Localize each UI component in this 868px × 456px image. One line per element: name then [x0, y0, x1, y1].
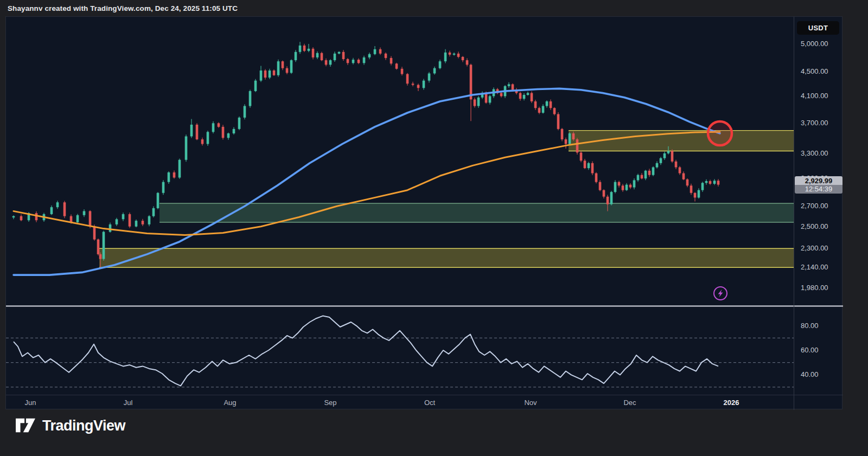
candle-body [264, 70, 267, 78]
candle-body [550, 101, 552, 108]
candle-body [701, 183, 704, 190]
candle-body [557, 114, 560, 129]
candle-body [385, 54, 387, 58]
candle-body [227, 133, 230, 138]
candle-body [374, 49, 376, 54]
support-zone-lower [99, 248, 794, 267]
candle-body [453, 54, 456, 55]
candle-body [299, 46, 302, 52]
support-zone-mid [159, 203, 794, 222]
candle-body [395, 63, 398, 69]
candle-body [93, 227, 96, 240]
candle-body [439, 61, 442, 68]
price-tick: 3,300.00 [801, 149, 828, 157]
candle-body [129, 214, 131, 227]
candle-body [412, 84, 414, 85]
bar-countdown: 12:54:39 [795, 185, 843, 194]
candle-body [185, 136, 188, 159]
time-axis-month-label: Nov [524, 399, 537, 407]
chart-canvas[interactable] [6, 17, 843, 410]
candle-body [89, 211, 92, 226]
candle-body [500, 93, 503, 97]
candle-body [401, 69, 404, 74]
candle-body [667, 151, 670, 153]
candle-body [584, 160, 586, 168]
price-tick: 4,100.00 [801, 92, 828, 100]
candle-body [542, 106, 545, 113]
tradingview-chart-widget[interactable]: USDT 5,000.004,500.004,100.003,700.003,3… [5, 16, 843, 409]
candle-body [103, 232, 105, 259]
candle-body [273, 70, 276, 75]
candle-body [277, 61, 280, 75]
candle-body [122, 214, 125, 219]
candle-body [342, 52, 345, 59]
price-tick: 4,500.00 [801, 67, 828, 75]
candle-body [561, 129, 564, 139]
candle-body [295, 52, 297, 60]
candle-body [698, 190, 700, 198]
candle-body [157, 193, 159, 208]
time-axis-year-label: 2026 [724, 399, 739, 407]
time-axis-month-label: Sep [324, 399, 336, 407]
candle-body [254, 81, 257, 91]
candle-body [652, 168, 655, 175]
candle-body [99, 254, 102, 259]
candle-body [686, 179, 689, 186]
candle-body [538, 108, 541, 113]
candle-body [282, 61, 284, 68]
candle-body [610, 192, 613, 204]
candle-body [449, 53, 451, 55]
candle-body [50, 207, 53, 214]
candle-body [260, 70, 263, 81]
tradingview-logo-icon [15, 416, 36, 435]
candle-body [444, 53, 447, 61]
candle-body [238, 118, 241, 129]
tradingview-branding[interactable]: TradingView [15, 416, 125, 435]
candle-body [523, 95, 526, 99]
candle-body [35, 213, 38, 220]
candle-body [329, 60, 332, 65]
candle-body [531, 93, 533, 101]
candle-body [352, 60, 355, 63]
candle-body [644, 171, 647, 178]
candle-body [303, 46, 306, 51]
candle-body [569, 133, 571, 144]
candle-body [83, 211, 86, 215]
candle-body [406, 74, 409, 84]
candle-body [97, 240, 100, 254]
candle-body [660, 158, 662, 163]
rsi-tick: 80.00 [801, 322, 819, 330]
candle-body [212, 123, 215, 132]
candle-body [641, 175, 643, 178]
candle-body [173, 172, 176, 178]
page: Shayannv created with TradingView.com, D… [0, 0, 868, 456]
candle-body [233, 129, 235, 133]
candle-body [622, 185, 624, 190]
candle-body [334, 54, 336, 60]
candle-body [477, 98, 480, 106]
candle-body [637, 175, 640, 181]
time-axis[interactable]: JunJulAugSepOctNovDec2026 [6, 395, 843, 410]
candle-body [591, 163, 594, 174]
candle-body [201, 139, 204, 144]
price-tick: 5,000.00 [801, 40, 828, 48]
candle-body [168, 172, 170, 182]
candle-body [196, 125, 199, 139]
price-axis[interactable]: USDT 5,000.004,500.004,100.003,700.003,3… [794, 17, 843, 410]
candle-body [580, 152, 583, 160]
candle-body [462, 57, 464, 60]
candle-body [679, 168, 681, 174]
candle-body [417, 85, 420, 88]
price-tick: 1,980.00 [801, 284, 828, 292]
candle-body [312, 49, 315, 57]
rsi-tick: 60.00 [801, 346, 819, 354]
candle-body [269, 70, 271, 78]
candle-body [675, 162, 678, 168]
candle-body [512, 84, 514, 89]
currency-badge: USDT [797, 21, 839, 35]
candle-body [588, 163, 590, 168]
candle-body [648, 171, 651, 175]
candle-body [603, 190, 605, 197]
candle-body [626, 185, 628, 190]
flash-icon[interactable] [714, 287, 727, 300]
